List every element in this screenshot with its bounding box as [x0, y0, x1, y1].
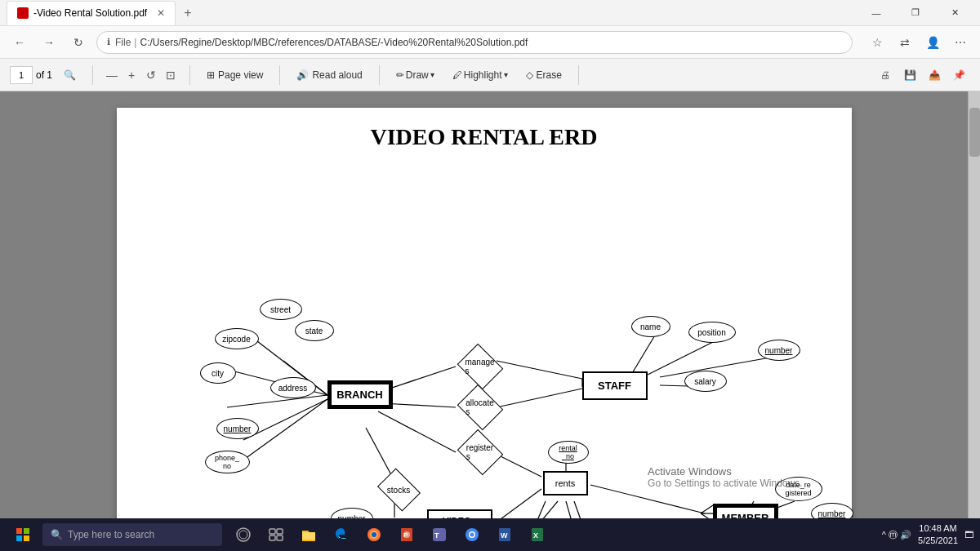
allocates-label: allocates	[456, 391, 505, 424]
excel-icon: X	[528, 526, 546, 544]
highlight-icon: 🖊	[452, 69, 462, 81]
edge-taskbar[interactable]	[327, 520, 356, 549]
svg-line-3	[227, 395, 327, 407]
tray-icons: ^ ⓜ 🔊	[882, 529, 911, 541]
system-time[interactable]: 10:48 AM 5/25/2021	[918, 522, 958, 548]
windows-logo	[16, 527, 30, 542]
attr-zipcode: zipcode	[215, 328, 259, 349]
address-input[interactable]: ℹ File | C:/Users/Regine/Desktop/MBC/ref…	[96, 31, 853, 54]
date: 5/25/2021	[918, 535, 958, 547]
word-taskbar[interactable]: W	[490, 520, 519, 549]
activate-windows-title: Activate Windows	[648, 465, 802, 478]
svg-line-47	[701, 505, 713, 513]
main-content: VIDEO RENTAL ERD	[0, 91, 980, 551]
taskbar-search[interactable]: 🔍 Type here to search	[42, 523, 222, 546]
rotate-button[interactable]: ↺	[142, 66, 160, 84]
page-view-button[interactable]: ⊞ Page view	[200, 67, 270, 83]
zoom-out-button[interactable]: —	[103, 66, 121, 84]
file-explorer-icon	[300, 526, 318, 544]
back-button[interactable]: ←	[8, 31, 31, 54]
attr-phone-no: phone_ no	[205, 451, 250, 473]
entity-branch: BRANCH	[327, 380, 393, 409]
erase-button[interactable]: ◇ Erase	[519, 67, 568, 83]
address-text: C:/Users/Regine/Desktop/MBC/references/D…	[140, 37, 528, 48]
task-view-button[interactable]	[261, 520, 291, 549]
powerpoint-taskbar[interactable]: P	[392, 520, 421, 549]
stocks-label: stocks	[376, 475, 421, 504]
page-view-icon: ⊞	[207, 69, 215, 81]
firefox-taskbar[interactable]	[359, 520, 389, 549]
svg-line-6	[382, 367, 456, 391]
teams-taskbar[interactable]: T	[425, 520, 454, 549]
title-bar: -Video Rental Solution.pdf ✕ + — ❐ ✕	[0, 0, 980, 26]
refresh-button[interactable]: ↻	[67, 31, 90, 54]
page-navigation: of 1	[10, 66, 52, 84]
toolbar-separator-4	[379, 65, 380, 85]
window-controls: — ❐ ✕	[858, 1, 973, 25]
svg-line-8	[382, 403, 456, 407]
maximize-button[interactable]: ❐	[897, 1, 934, 25]
browser-right-icons: ☆ ⇄ 👤 ⋯	[866, 31, 972, 54]
cortana-button[interactable]	[229, 520, 258, 549]
pdf-right-tools: 🖨 💾 📤 📌	[874, 64, 970, 87]
page-number-input[interactable]	[10, 66, 33, 84]
task-view-icon	[268, 527, 284, 543]
file-label: File	[115, 37, 131, 48]
draw-button[interactable]: ✏ Draw ▾	[390, 67, 441, 83]
highlight-button[interactable]: 🖊 Highlight ▾	[446, 67, 514, 83]
highlight-chevron: ▾	[504, 70, 508, 79]
pin-button[interactable]: 📌	[947, 64, 970, 87]
share-button[interactable]: 📤	[923, 64, 946, 87]
svg-rect-51	[24, 528, 29, 534]
manages-label: manages	[456, 350, 505, 383]
collections-icon[interactable]: ⇄	[893, 31, 916, 54]
start-button[interactable]	[7, 520, 39, 549]
zoom-in-button[interactable]: +	[122, 66, 140, 84]
tab-close-button[interactable]: ✕	[157, 7, 165, 19]
svg-rect-52	[16, 535, 22, 541]
draw-label: Draw	[406, 69, 429, 81]
scrollbar[interactable]	[968, 91, 980, 551]
favorites-icon[interactable]: ☆	[866, 31, 889, 54]
search-button[interactable]: 🔍	[57, 67, 82, 83]
file-explorer-taskbar[interactable]	[294, 520, 323, 549]
close-button[interactable]: ✕	[936, 1, 973, 25]
notification-icon[interactable]: 🗔	[964, 530, 973, 540]
save-button[interactable]: 💾	[898, 64, 921, 87]
toolbar-separator-2	[189, 65, 190, 85]
cortana-icon	[235, 527, 252, 543]
attr-rental-no: rental _no	[548, 441, 589, 464]
browser-tab[interactable]: -Video Rental Solution.pdf ✕	[7, 1, 176, 25]
profile-icon[interactable]: 👤	[921, 31, 944, 54]
erase-label: Erase	[537, 69, 562, 81]
excel-taskbar[interactable]: X	[523, 520, 552, 549]
settings-icon[interactable]: ⋯	[949, 31, 972, 54]
read-aloud-button[interactable]: 🔊 Read aloud	[290, 67, 368, 83]
read-aloud-label: Read aloud	[312, 69, 362, 81]
svg-line-7	[497, 361, 582, 379]
svg-rect-56	[270, 529, 275, 534]
relationship-registers: registers	[456, 436, 505, 469]
svg-line-10	[378, 411, 456, 452]
teams-icon: T	[430, 526, 448, 544]
toolbar-separator-3	[279, 65, 280, 85]
taskbar-icons: P T W X	[229, 520, 552, 549]
attr-city: city	[200, 362, 236, 384]
minimize-button[interactable]: —	[858, 1, 895, 25]
scrollbar-thumb[interactable]	[969, 108, 980, 157]
file-icon: ℹ	[107, 37, 110, 47]
attr-number-staff: number	[758, 340, 800, 361]
attr-street: street	[260, 299, 302, 320]
relationship-manages: manages	[456, 350, 505, 383]
forward-button[interactable]: →	[38, 31, 60, 54]
fit-page-button[interactable]: ⊡	[162, 66, 180, 84]
print-button[interactable]: 🖨	[874, 64, 897, 87]
toolbar-separator-5	[578, 65, 579, 85]
new-tab-button[interactable]: +	[179, 6, 196, 20]
svg-text:P: P	[403, 531, 408, 539]
address-bar: ← → ↻ ℹ File | C:/Users/Regine/Desktop/M…	[0, 26, 980, 59]
draw-chevron: ▾	[430, 70, 434, 79]
pdf-viewer[interactable]: VIDEO RENTAL ERD	[0, 91, 968, 551]
chrome-taskbar[interactable]	[457, 520, 487, 549]
pdf-page: VIDEO RENTAL ERD	[117, 108, 852, 535]
